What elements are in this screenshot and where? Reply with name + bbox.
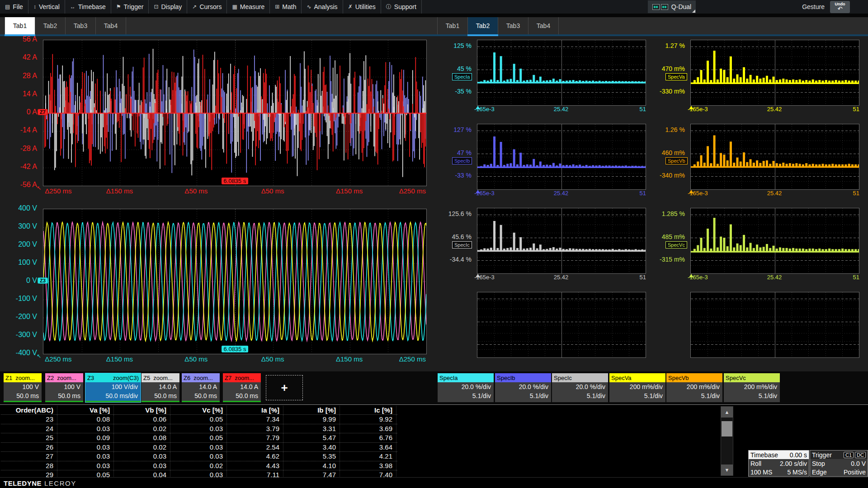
table-cell: 3.31 (283, 424, 340, 433)
spectrum-specva[interactable]: SpecVa (690, 40, 859, 106)
voltage-y-label: 100 V (0, 258, 37, 267)
cursor-time-badge[interactable]: 6.0835 s (222, 346, 249, 352)
spectrum-specib[interactable]: SpecIb (477, 124, 646, 190)
descriptor-active-indicator (45, 401, 83, 402)
timebase-scale: 2.00 s/div (780, 460, 807, 467)
scroll-up-button[interactable]: ▲ (721, 407, 733, 418)
spectrum-x-label-mid: 25.42 (554, 106, 569, 113)
spectrum-specic-canvas[interactable] (477, 208, 646, 273)
table-row: 280.030.030.024.434.103.98 (1, 461, 397, 471)
current-delta-label: Δ150 ms (106, 187, 133, 195)
spectrum-specia[interactable]: SpecIa (477, 40, 646, 106)
spectrum-x-label-max: 51 (853, 274, 859, 281)
menu-item-utilities[interactable]: ✗Utilities (343, 0, 381, 14)
trace-label-badge[interactable]: SpecVa (665, 73, 687, 80)
spectrum-specvb[interactable]: SpecVb (690, 124, 859, 190)
trigger-summary-box[interactable]: Trigger C1 DC Stop 0.0 V Edge Positive (810, 450, 868, 477)
timebase-summary-box[interactable]: Timebase 0.00 s Roll 2.00 s/div 100 MS 5… (748, 450, 809, 477)
tab-right-tab1[interactable]: Tab1 (437, 17, 468, 34)
spectrum-empty-2[interactable] (690, 292, 859, 358)
spectrum-specva-canvas[interactable] (691, 40, 859, 105)
descriptor-header: Z5zoom... (142, 373, 179, 382)
trace-label-badge[interactable]: SpecIc (452, 241, 472, 249)
current-y-label: -42 A (0, 163, 37, 171)
tab-left-tab4[interactable]: Tab4 (96, 17, 126, 34)
tab-left-tab2[interactable]: Tab2 (35, 17, 66, 34)
voltage-y-label: 0 V (0, 277, 37, 285)
cursor-time-badge[interactable]: 6.0835 s (222, 178, 249, 184)
spectrum-specia-canvas[interactable] (477, 40, 646, 105)
scroll-thumb[interactable] (722, 421, 732, 436)
menu-item-measure[interactable]: ▦Measure (227, 0, 270, 14)
add-trace-button[interactable]: + (266, 375, 303, 400)
spectrum-y-label: 1.285 % (647, 210, 685, 217)
tab-right-tab2[interactable]: Tab2 (468, 17, 498, 34)
spectrum-specvb-y-axis: 1.26 %460 m%-340 m% (650, 124, 688, 189)
spectrum-y-label: 1.26 % (647, 126, 685, 133)
zoom-marker-badge[interactable]: Z7 (38, 109, 48, 115)
tab-left-tab3[interactable]: Tab3 (66, 17, 96, 34)
descriptor-specvc[interactable]: SpecVc200 m%/div5.1/div (724, 373, 780, 402)
descriptor-specib[interactable]: SpecIb20.0 %/div5.1/div (495, 373, 551, 402)
descriptor-z6[interactable]: Z6zoom...14.0 A50.0 ms (182, 373, 220, 402)
timebase-title: Timebase (750, 451, 778, 459)
menu-item-timebase[interactable]: ↔Timebase (65, 0, 111, 14)
spectrum-x-label-min: -165e-3 (474, 106, 495, 113)
menu-item-math[interactable]: ⊞Math (270, 0, 302, 14)
trace-label-badge[interactable]: SpecVc (665, 241, 687, 249)
descriptor-specvb[interactable]: SpecVb200 m%/div5.1/div (666, 373, 722, 402)
menu-item-display[interactable]: ⊡Display (149, 0, 187, 14)
descriptor-z5[interactable]: Z5zoom...14.0 A50.0 ms (142, 373, 179, 402)
spectrum-empty-1-canvas[interactable] (477, 292, 646, 357)
tab-left-tab1[interactable]: Tab1 (5, 17, 35, 34)
menu-item-trigger[interactable]: ⚑Trigger (111, 0, 149, 14)
descriptor-specic[interactable]: SpecIc20.0 %/div5.1/div (552, 373, 608, 402)
descriptor-specia[interactable]: SpecIa20.0 %/div5.1/div (438, 373, 494, 402)
spectrum-x-label-min: -165e-3 (688, 274, 708, 281)
menu-items: ▤File↕Vertical↔Timebase⚑Trigger⊡Display↗… (0, 0, 422, 14)
spectrum-specvc[interactable]: SpecVc (690, 208, 859, 274)
descriptor-z2[interactable]: Z2zoom...100 V50.0 ms (45, 373, 83, 402)
current-plot-canvas[interactable] (43, 40, 426, 186)
trace-label-badge[interactable]: SpecVb (665, 157, 688, 164)
zoom-marker-badge[interactable]: Z3 (38, 277, 48, 284)
menu-item-file[interactable]: ▤File (0, 0, 28, 14)
qdual-button[interactable]: Q-Dual (648, 0, 696, 13)
spectrum-y-label: 45 % (434, 65, 472, 72)
tab-right-tab3[interactable]: Tab3 (498, 17, 528, 34)
menu-item-analysis[interactable]: ∿Analysis (302, 0, 343, 14)
menu-item-support[interactable]: ⓘSupport (381, 0, 422, 14)
scroll-down-button[interactable]: ▼ (721, 465, 733, 475)
descriptor-specva[interactable]: SpecVa200 m%/div5.1/div (609, 373, 665, 402)
spectrum-empty-1[interactable] (477, 292, 646, 358)
trace-label-badge[interactable]: SpecIa (452, 73, 472, 80)
current-y-label: 28 A (0, 72, 37, 80)
tab-right-tab4[interactable]: Tab4 (528, 17, 559, 34)
spectrum-empty-2-canvas[interactable] (691, 292, 859, 357)
table-cell: 2.54 (227, 443, 283, 452)
spectrum-specic[interactable]: SpecIc (477, 208, 646, 274)
spectrum-specvb-canvas[interactable] (691, 124, 859, 189)
table-scrollbar[interactable]: ▲ ▼ (721, 406, 733, 476)
descriptor-z1[interactable]: Z1zoom...100 V50.0 ms (4, 373, 42, 402)
trace-label-badge[interactable]: SpecIb (452, 157, 472, 164)
menu-item-cursors[interactable]: ↗Cursors (187, 0, 227, 14)
undo-button[interactable]: Undo ↶ (830, 1, 850, 13)
current-plot[interactable]: Z76.0835 s (43, 40, 427, 186)
current-y-label: 0 A (0, 108, 37, 116)
trace-id: SpecIa (439, 375, 458, 381)
gesture-label[interactable]: Gesture (802, 3, 825, 10)
spectrum-specib-canvas[interactable] (477, 124, 646, 189)
menu-item-vertical[interactable]: ↕Vertical (28, 0, 65, 14)
voltage-plot[interactable]: Z36.0835 s (43, 209, 427, 354)
voltage-plot-canvas[interactable] (43, 209, 426, 354)
timebase-icon: ↔ (70, 4, 75, 10)
spectrum-x-label-mid: 25.42 (767, 106, 782, 113)
descriptor-z3[interactable]: Z3zoom(C3)100 V/div50.0 ms/div (85, 373, 141, 402)
descriptor-header: Z7zoom... (223, 373, 261, 382)
spectrum-specvc-canvas[interactable] (691, 208, 859, 273)
descriptor-z7[interactable]: Z7zoom...14.0 A50.0 ms (223, 373, 261, 402)
current-delta-label: Δ50 ms (261, 187, 284, 195)
descriptor-active-indicator (4, 401, 42, 402)
current-time-axis: Δ250 msΔ150 msΔ50 msΔ50 msΔ150 msΔ250 ms… (43, 186, 426, 195)
